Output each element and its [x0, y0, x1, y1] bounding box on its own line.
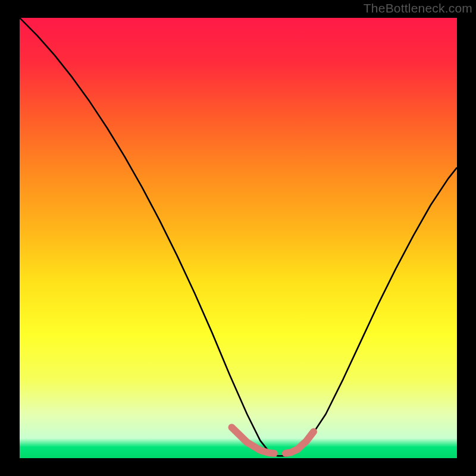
gradient-background — [20, 18, 457, 458]
bottleneck-chart — [0, 0, 476, 476]
watermark-text: TheBottleneck.com — [364, 1, 472, 15]
chart-frame: TheBottleneck.com — [0, 0, 476, 476]
